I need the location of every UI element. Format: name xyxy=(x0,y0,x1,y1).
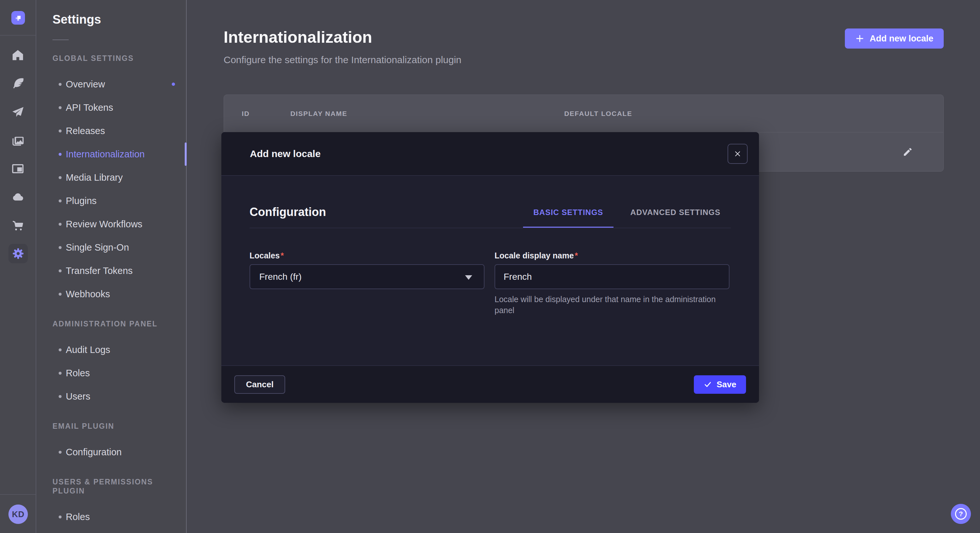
bullet-icon xyxy=(59,176,62,179)
media-library-icon[interactable] xyxy=(11,133,25,148)
column-display-name: DISPLAY NAME xyxy=(290,110,564,117)
sidebar-item-api-tokens[interactable]: API Tokens xyxy=(36,96,186,119)
bullet-icon xyxy=(59,200,62,202)
display-name-hint: Locale will be displayed under that name… xyxy=(495,294,725,316)
add-locale-modal: Add new locale Configuration BASIC SETTI… xyxy=(221,132,759,403)
modal-body: Configuration BASIC SETTINGS ADVANCED SE… xyxy=(221,176,759,365)
sidebar-item-releases[interactable]: Releases xyxy=(36,119,186,143)
bullet-icon xyxy=(59,395,62,398)
rail-divider-bottom xyxy=(0,494,36,495)
tab-advanced-settings[interactable]: ADVANCED SETTINGS xyxy=(620,198,731,228)
display-name-field: Locale display name* Locale will be disp… xyxy=(495,251,730,316)
content-feather-icon[interactable] xyxy=(11,76,25,90)
locales-field: Locales* French (fr) xyxy=(250,251,485,316)
tabs-divider xyxy=(250,228,731,228)
locales-select[interactable]: French (fr) xyxy=(250,264,485,289)
sidebar-item-single-sign-on[interactable]: Single Sign-On xyxy=(36,236,186,259)
plus-icon xyxy=(855,34,864,43)
bullet-icon xyxy=(59,270,62,272)
section-users-permissions-plugin: USERS & PERMISSIONS PLUGIN xyxy=(52,477,186,495)
bullet-icon xyxy=(59,246,62,249)
bullet-icon xyxy=(59,106,62,109)
required-asterisk: * xyxy=(281,251,284,260)
bullet-icon xyxy=(59,130,62,132)
save-button[interactable]: Save xyxy=(694,375,746,394)
user-avatar[interactable]: KD xyxy=(8,504,28,524)
bullet-icon xyxy=(59,153,62,156)
active-item-indicator xyxy=(185,143,187,166)
help-icon: ? xyxy=(955,508,967,520)
rail-divider-top xyxy=(0,35,36,36)
bullet-icon xyxy=(59,348,62,351)
subnav-title-divider xyxy=(52,40,69,40)
strapi-admin-screen: KD Settings GLOBAL SETTINGS Overview API… xyxy=(0,0,980,533)
nav-list-users-permissions: Roles Providers xyxy=(36,505,186,533)
sidebar-item-transfer-tokens[interactable]: Transfer Tokens xyxy=(36,259,186,282)
paper-plane-icon[interactable] xyxy=(11,105,25,119)
sidebar-item-webhooks[interactable]: Webhooks xyxy=(36,282,186,306)
section-global-settings: GLOBAL SETTINGS xyxy=(52,54,186,63)
settings-tabs: BASIC SETTINGS ADVANCED SETTINGS xyxy=(523,198,731,228)
bullet-icon xyxy=(59,83,62,86)
chevron-down-icon xyxy=(465,275,472,280)
sidebar-item-users[interactable]: Users xyxy=(36,385,186,408)
check-icon xyxy=(703,380,712,389)
display-name-label: Locale display name* xyxy=(495,251,730,260)
tab-basic-settings[interactable]: BASIC SETTINGS xyxy=(523,198,614,228)
gear-icon xyxy=(11,247,25,260)
close-modal-button[interactable] xyxy=(727,144,748,164)
sidebar-item-up-roles[interactable]: Roles xyxy=(36,505,186,528)
marketplace-cart-icon[interactable] xyxy=(11,218,25,233)
sidebar-item-plugins[interactable]: Plugins xyxy=(36,189,186,213)
settings-subnav: Settings GLOBAL SETTINGS Overview API To… xyxy=(36,0,187,533)
strapi-logo[interactable] xyxy=(11,11,25,25)
sidebar-item-internationalization[interactable]: Internationalization xyxy=(36,143,186,166)
help-button[interactable]: ? xyxy=(951,504,971,524)
sidebar-item-review-workflows[interactable]: Review Workflows xyxy=(36,213,186,236)
layout-icon[interactable] xyxy=(11,162,25,176)
locales-select-value: French (fr) xyxy=(259,272,302,282)
modal-title: Add new locale xyxy=(250,148,320,159)
sidebar-item-email-configuration[interactable]: Configuration xyxy=(36,440,186,464)
bullet-icon xyxy=(59,451,62,454)
sidebar-item-providers[interactable]: Providers xyxy=(36,528,186,533)
locales-label: Locales* xyxy=(250,251,485,260)
nav-list-admin: Audit Logs Roles Users xyxy=(36,338,186,408)
sidebar-item-media-library[interactable]: Media Library xyxy=(36,166,186,189)
table-header-row: ID DISPLAY NAME DEFAULT LOCALE xyxy=(224,95,943,132)
cancel-button[interactable]: Cancel xyxy=(234,375,285,394)
column-default-locale: DEFAULT LOCALE xyxy=(564,110,943,117)
close-icon xyxy=(733,150,742,158)
bullet-icon xyxy=(59,372,62,374)
required-asterisk: * xyxy=(575,251,578,260)
section-email-plugin: EMAIL PLUGIN xyxy=(52,422,186,431)
add-new-locale-button[interactable]: Add new locale xyxy=(845,29,944,49)
page-subtitle: Configure the settings for the Internati… xyxy=(224,54,461,65)
page-title: Internationalization xyxy=(224,28,372,47)
modal-footer: Cancel Save xyxy=(221,365,759,403)
modal-header: Add new locale xyxy=(221,132,759,176)
sidebar-item-audit-logs[interactable]: Audit Logs xyxy=(36,338,186,362)
column-id: ID xyxy=(242,110,290,117)
cloud-icon[interactable] xyxy=(11,190,25,205)
sidebar-item-overview[interactable]: Overview xyxy=(36,73,186,96)
subnav-title: Settings xyxy=(52,12,186,27)
bullet-icon xyxy=(59,223,62,226)
bullet-icon xyxy=(59,516,62,519)
bullet-icon xyxy=(59,293,62,296)
pencil-icon xyxy=(902,147,913,157)
settings-gear-button[interactable] xyxy=(8,244,28,263)
home-icon[interactable] xyxy=(11,48,25,62)
modal-fields: Locales* French (fr) Locale display name… xyxy=(250,251,731,316)
nav-list-email: Configuration xyxy=(36,440,186,464)
section-administration-panel: ADMINISTRATION PANEL xyxy=(52,319,186,328)
configuration-title: Configuration xyxy=(250,205,326,219)
app-rail: KD xyxy=(0,0,36,533)
nav-list-global: Overview API Tokens Releases Internation… xyxy=(36,73,186,306)
edit-locale-button[interactable] xyxy=(900,145,915,159)
strapi-logo-icon xyxy=(13,13,23,23)
sidebar-item-admin-roles[interactable]: Roles xyxy=(36,362,186,385)
notification-dot xyxy=(172,82,175,86)
display-name-input[interactable] xyxy=(495,264,730,289)
